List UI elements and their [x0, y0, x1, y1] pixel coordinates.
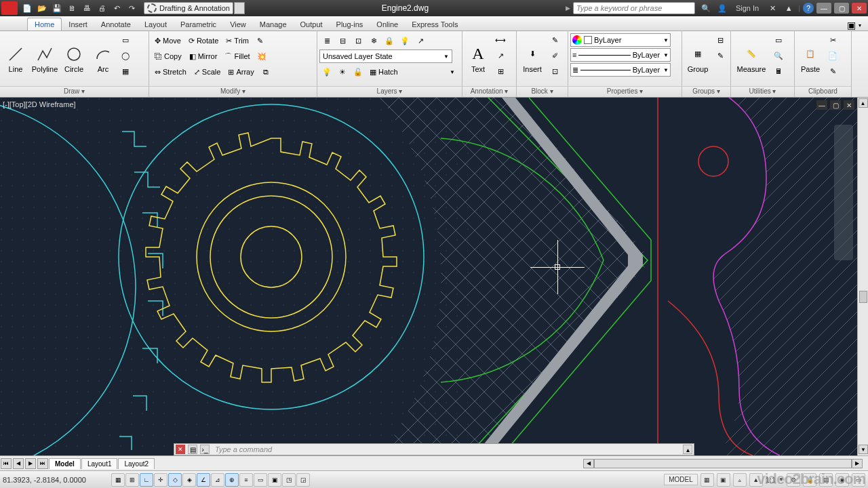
workspace-selector[interactable]: Drafting & Annotation: [144, 2, 233, 14]
am-toggle[interactable]: ◲: [296, 473, 310, 487]
tab-view[interactable]: View: [223, 18, 253, 30]
select-all-icon[interactable]: ▭: [771, 33, 786, 47]
rectangle-icon[interactable]: ▭: [118, 33, 133, 47]
tab-annotate[interactable]: Annotate: [94, 18, 138, 30]
cmd-close-icon[interactable]: ✕: [176, 445, 185, 454]
paste-button[interactable]: 📋Paste: [796, 33, 825, 85]
anno-scale-icon[interactable]: ⟁: [733, 473, 747, 487]
match-icon[interactable]: ✎: [825, 64, 840, 79]
copy-clip-icon[interactable]: 📄: [825, 48, 840, 63]
signin-link[interactable]: Sign In: [736, 4, 759, 12]
hatch-layer-button[interactable]: ▦Hatch: [366, 64, 401, 79]
create-block-icon[interactable]: ✎: [547, 33, 562, 47]
infocenter-icon[interactable]: 🔍: [699, 2, 713, 14]
save-icon[interactable]: 💾: [50, 2, 64, 14]
edit-block-icon[interactable]: ✐: [547, 48, 562, 63]
panel-modify-title[interactable]: Modify ▾: [149, 86, 317, 97]
panel-block-title[interactable]: Block ▾: [517, 86, 568, 97]
scroll-down-icon[interactable]: ▼: [859, 445, 868, 454]
anno-scale-label[interactable]: 1:1: [766, 476, 776, 484]
text-button[interactable]: AText: [464, 33, 492, 85]
layer-sun-icon[interactable]: ☀: [335, 64, 350, 79]
tab-layout2[interactable]: Layout2: [118, 458, 155, 469]
panel-annotation-title[interactable]: Annotation ▾: [462, 86, 516, 97]
new-icon[interactable]: 📄: [20, 2, 34, 14]
coordinates-readout[interactable]: 81.3923, -2.8184, 0.0000: [3, 476, 111, 484]
arc-button[interactable]: Arc: [89, 33, 117, 85]
lock-ui-icon[interactable]: 🔒: [803, 473, 816, 487]
layer-iso-icon[interactable]: ⊡: [351, 33, 366, 48]
tab-model[interactable]: Model: [49, 458, 81, 469]
group-button[interactable]: ▦Group: [684, 33, 712, 85]
cmd-history-icon[interactable]: ▤: [188, 445, 197, 454]
model-space-button[interactable]: MODEL: [664, 474, 698, 485]
layer-off-icon[interactable]: 💡: [397, 33, 412, 48]
ribbon-minimize-icon[interactable]: ▾: [859, 22, 861, 28]
line-button[interactable]: Line: [1, 33, 30, 85]
dyn-toggle[interactable]: ⊕: [225, 473, 239, 487]
hscroll-left-icon[interactable]: ◀: [583, 459, 594, 468]
scroll-thumb[interactable]: [859, 291, 867, 303]
ungroup-icon[interactable]: ⊟: [713, 33, 728, 47]
polyline-button[interactable]: Polyline: [31, 33, 59, 85]
array-button[interactable]: ⊞Array: [224, 64, 257, 79]
isolate-icon[interactable]: ◉: [835, 473, 849, 487]
qp-toggle[interactable]: ▣: [268, 473, 281, 487]
osnap-toggle[interactable]: ◇: [168, 473, 182, 487]
panel-focus-icon[interactable]: ▣: [847, 20, 856, 30]
layer-merge-icon[interactable]: ⊟: [335, 33, 350, 48]
navigation-bar[interactable]: [834, 125, 853, 260]
dim-linear-icon[interactable]: ⟷: [493, 33, 508, 47]
print-icon[interactable]: 🖨: [95, 2, 108, 14]
redo-icon[interactable]: ↷: [125, 2, 138, 14]
scale-dd-icon[interactable]: ▼: [778, 476, 784, 483]
hw-accel-icon[interactable]: ▤: [819, 473, 833, 487]
drawing-viewport[interactable]: [-][Top][2D Wireframe] — ▢ ✕: [0, 98, 857, 455]
saveas-icon[interactable]: 🗎: [65, 2, 79, 14]
move-button[interactable]: ✥Move: [151, 33, 184, 48]
anno-vis-icon[interactable]: ▲: [749, 473, 763, 487]
layer-lock2-icon[interactable]: 🔓: [351, 64, 366, 79]
stretch-button[interactable]: ⇔Stretch: [151, 64, 190, 79]
h-scrollbar[interactable]: ◀ ▶: [583, 459, 863, 468]
fillet-button[interactable]: ⌒Fillet: [221, 49, 253, 64]
layer-bulb-icon[interactable]: 💡: [319, 64, 334, 79]
a360-icon[interactable]: ▲: [782, 2, 795, 14]
sc-toggle[interactable]: ◳: [282, 473, 296, 487]
grid-toggle[interactable]: ⊞: [125, 473, 139, 487]
panel-properties-title[interactable]: Properties ▾: [568, 86, 682, 97]
search-input[interactable]: Type a keyword or phrase: [573, 2, 695, 14]
vp-maximize-icon[interactable]: ▢: [830, 100, 841, 110]
panel-draw-title[interactable]: Draw ▾: [0, 86, 149, 97]
ducs-toggle[interactable]: ⊿: [211, 473, 224, 487]
lineweight-dropdown[interactable]: ≡ByLayer▼: [570, 48, 671, 62]
table-icon[interactable]: ⊞: [493, 64, 508, 79]
tab-express[interactable]: Express Tools: [405, 18, 465, 30]
panel-groups-title[interactable]: Groups ▾: [682, 86, 730, 97]
otrack-toggle[interactable]: ∠: [197, 473, 210, 487]
layer-prop-icon[interactable]: ≣: [319, 33, 334, 48]
trim-button[interactable]: ✂Trim: [222, 33, 252, 48]
help-icon[interactable]: ?: [803, 3, 814, 14]
layout-quick-icon[interactable]: ▦: [701, 473, 714, 487]
tab-online[interactable]: Online: [370, 18, 405, 30]
copy-button[interactable]: ⿻Copy: [151, 49, 185, 64]
maximize-button[interactable]: ▢: [834, 3, 849, 14]
tpr-toggle[interactable]: ▭: [254, 473, 267, 487]
tab-layout[interactable]: Layout: [138, 18, 174, 30]
rotate-button[interactable]: ⟳Rotate: [185, 33, 222, 48]
insert-button[interactable]: ⬇Insert: [518, 33, 547, 85]
layer-lock-icon[interactable]: 🔒: [382, 33, 397, 48]
scale-button[interactable]: ⤢Scale: [191, 64, 224, 79]
tab-layout1[interactable]: Layout1: [81, 458, 118, 469]
hatch-tool-icon[interactable]: ▦: [118, 64, 133, 79]
color-dropdown[interactable]: ByLayer▼: [570, 33, 671, 47]
app-icon[interactable]: [1, 1, 18, 15]
cmd-recent-icon[interactable]: ▴: [683, 445, 692, 454]
workspace-dropdown-icon[interactable]: ▼: [234, 2, 245, 14]
undo-icon[interactable]: ↶: [110, 2, 123, 14]
layer-state-dropdown[interactable]: Unsaved Layer State▼: [319, 49, 452, 63]
command-line[interactable]: ✕ ▤ ›_ Type a command ▴: [174, 443, 694, 455]
3dosnap-toggle[interactable]: ◈: [182, 473, 196, 487]
qselect-icon[interactable]: 🔍: [771, 48, 786, 63]
